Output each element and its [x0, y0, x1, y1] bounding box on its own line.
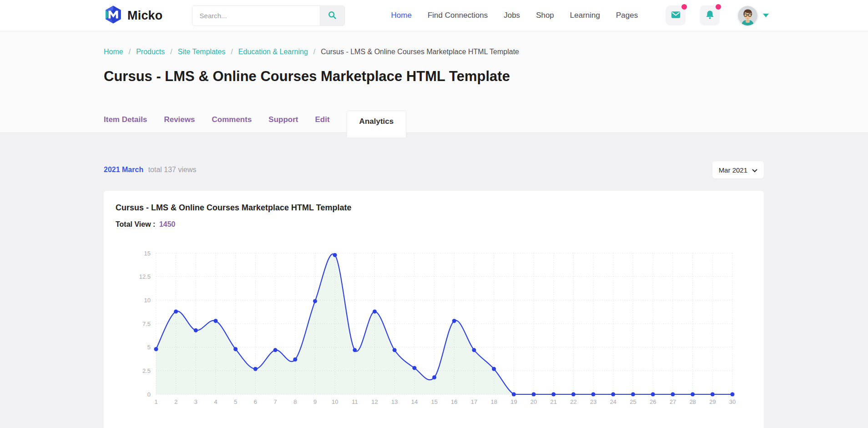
breadcrumb-separator: / [313, 48, 315, 56]
search-input[interactable] [192, 6, 320, 25]
tab-support[interactable]: Support [268, 110, 298, 132]
svg-text:3: 3 [194, 398, 197, 405]
tab-edit[interactable]: Edit [315, 110, 330, 132]
views-line-chart: 02.557.51012.515123456789101112131415161… [104, 235, 764, 413]
notifications-button[interactable] [700, 5, 720, 25]
svg-text:23: 23 [590, 398, 596, 405]
breadcrumb-item-education-learning[interactable]: Education & Learning [238, 48, 308, 56]
svg-text:16: 16 [451, 398, 457, 405]
messages-badge [681, 4, 687, 10]
svg-text:24: 24 [610, 398, 616, 405]
svg-text:25: 25 [630, 398, 636, 405]
svg-text:2: 2 [174, 398, 177, 405]
breadcrumb: Home/Products/Site Templates/Education &… [104, 48, 764, 56]
user-menu[interactable] [738, 6, 769, 25]
nav-link-shop[interactable]: Shop [536, 11, 554, 20]
svg-text:0: 0 [147, 391, 151, 398]
svg-text:5: 5 [147, 344, 151, 351]
svg-text:9: 9 [313, 398, 317, 405]
svg-text:17: 17 [471, 398, 477, 405]
svg-text:15: 15 [144, 250, 151, 257]
breadcrumb-item-site-templates[interactable]: Site Templates [178, 48, 226, 56]
svg-text:13: 13 [391, 398, 398, 405]
svg-text:18: 18 [490, 398, 497, 405]
svg-text:12: 12 [371, 398, 378, 405]
breadcrumb-separator: / [231, 48, 232, 56]
analytics-card: Cursus - LMS & Online Courses Marketplac… [104, 191, 764, 428]
nav-link-jobs[interactable]: Jobs [504, 11, 520, 20]
brand-name: Micko [127, 9, 163, 23]
breadcrumb-separator: / [129, 48, 131, 56]
search-box [192, 5, 345, 26]
svg-text:2.5: 2.5 [142, 367, 151, 374]
svg-text:15: 15 [431, 398, 437, 405]
avatar [738, 6, 757, 25]
chevron-down-icon [763, 11, 769, 20]
breadcrumb-item-cursus-lms-online-courses-marketplace-ht: Cursus - LMS & Online Courses Marketplac… [321, 48, 519, 56]
nav-link-pages[interactable]: Pages [616, 11, 638, 20]
svg-text:10: 10 [144, 297, 151, 304]
summary-period: 2021 March [104, 166, 143, 173]
svg-text:10: 10 [332, 398, 338, 405]
micko-gem-logo-icon [104, 5, 123, 26]
month-select-value: Mar 2021 [719, 166, 747, 174]
total-view-line: Total View : 1450 [104, 220, 764, 229]
svg-text:22: 22 [570, 398, 576, 405]
svg-text:6: 6 [254, 398, 257, 405]
bell-icon [705, 10, 715, 21]
messages-button[interactable] [666, 5, 686, 25]
search-button[interactable] [320, 6, 344, 25]
svg-text:30: 30 [729, 398, 736, 405]
total-view-value: 1450 [159, 220, 176, 228]
select-chevron-down-icon [752, 166, 757, 174]
brand-logo[interactable]: Micko [104, 5, 163, 26]
chart-card-title: Cursus - LMS & Online Courses Marketplac… [104, 203, 764, 213]
breadcrumb-item-products[interactable]: Products [136, 48, 165, 56]
svg-text:12.5: 12.5 [139, 273, 151, 280]
analytics-section: 2021 March total 137 views Mar 2021 Curs… [0, 133, 868, 428]
navbar: Micko HomeFind ConnectionsJobsShopLearni… [0, 0, 868, 31]
svg-text:27: 27 [670, 398, 676, 405]
svg-text:4: 4 [214, 398, 217, 405]
main-nav: HomeFind ConnectionsJobsShopLearningPage… [391, 11, 638, 20]
svg-text:1: 1 [154, 398, 157, 405]
breadcrumb-item-home[interactable]: Home [104, 48, 123, 56]
envelope-icon [671, 10, 681, 21]
svg-text:20: 20 [530, 398, 537, 405]
tab-item-details[interactable]: Item Details [104, 110, 147, 132]
tab-reviews[interactable]: Reviews [164, 110, 195, 132]
views-summary: 2021 March total 137 views [104, 166, 196, 174]
svg-text:11: 11 [352, 398, 358, 405]
svg-text:7.5: 7.5 [142, 321, 151, 327]
svg-text:26: 26 [650, 398, 656, 405]
nav-link-find-connections[interactable]: Find Connections [428, 11, 488, 20]
svg-text:21: 21 [550, 398, 557, 405]
svg-text:5: 5 [234, 398, 237, 405]
nav-link-learning[interactable]: Learning [570, 11, 600, 20]
summary-total-views: total 137 views [148, 166, 197, 173]
total-view-label: Total View : [116, 220, 155, 228]
tab-bar: Item DetailsReviewsCommentsSupportEditAn… [104, 110, 764, 132]
month-select[interactable]: Mar 2021 [712, 161, 764, 178]
svg-text:29: 29 [709, 398, 716, 405]
navbar-actions [666, 5, 769, 25]
page-title: Cursus - LMS & Online Courses Marketplac… [104, 68, 764, 85]
svg-text:28: 28 [689, 398, 696, 405]
svg-text:7: 7 [274, 398, 277, 405]
search-icon [328, 10, 337, 21]
tab-comments[interactable]: Comments [212, 110, 252, 132]
tab-analytics[interactable]: Analytics [347, 111, 407, 138]
summary-row: 2021 March total 137 views Mar 2021 [104, 161, 764, 178]
notifications-badge [716, 4, 721, 10]
nav-link-home[interactable]: Home [391, 11, 412, 20]
breadcrumb-separator: / [170, 48, 172, 56]
svg-text:19: 19 [510, 398, 517, 405]
svg-text:8: 8 [293, 398, 297, 405]
page-header-section: Home/Products/Site Templates/Education &… [0, 31, 868, 133]
svg-text:14: 14 [411, 398, 418, 405]
